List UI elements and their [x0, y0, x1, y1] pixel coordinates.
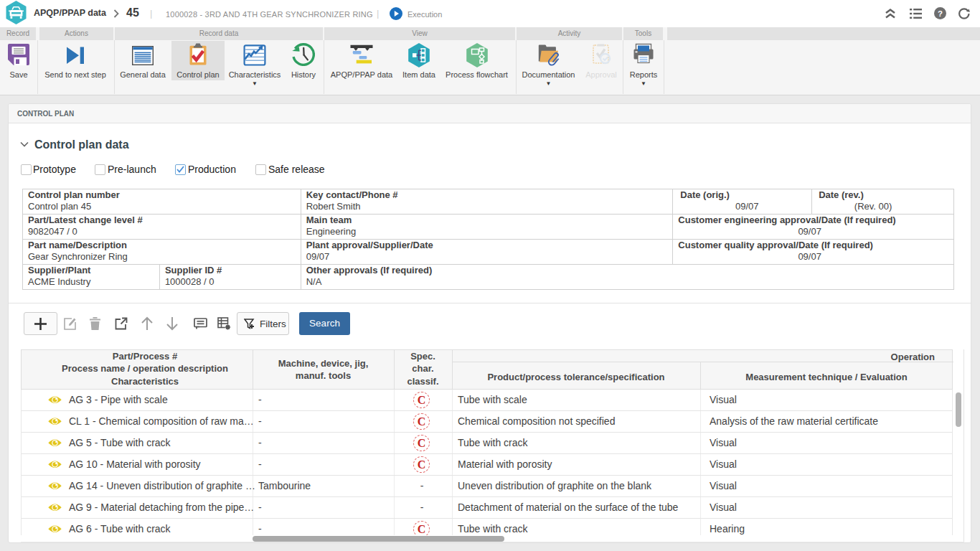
svg-text:?: ? — [938, 9, 943, 18]
